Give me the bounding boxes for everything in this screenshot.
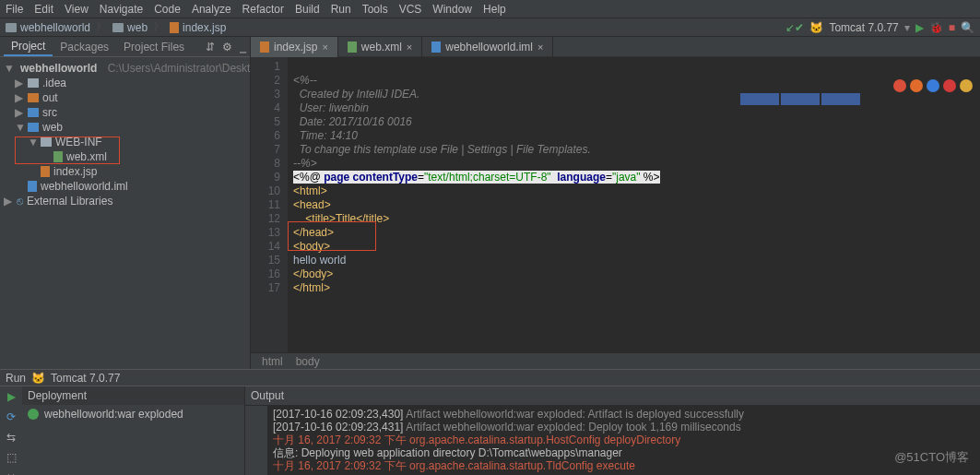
tomcat-icon: 🐱 bbox=[809, 21, 823, 34]
firefox-icon[interactable] bbox=[910, 79, 923, 92]
crumb-body[interactable]: body bbox=[296, 355, 320, 367]
run-toolbar: ▶ ⟳ ⇆ ⬚ ✕ bbox=[0, 386, 22, 475]
folder-icon bbox=[112, 23, 124, 32]
menu-code[interactable]: Code bbox=[154, 3, 181, 16]
artifact-row[interactable]: webhelloworld:war exploded bbox=[22, 405, 244, 423]
folder-icon bbox=[6, 23, 17, 32]
opera-icon[interactable] bbox=[943, 79, 956, 92]
watermark: @51CTO博客 bbox=[894, 449, 969, 466]
library-icon: ⎋ bbox=[17, 195, 23, 208]
menu-build[interactable]: Build bbox=[295, 3, 320, 16]
menu-file[interactable]: File bbox=[6, 3, 23, 16]
safari-icon[interactable] bbox=[927, 79, 939, 92]
tree-item-src[interactable]: src bbox=[42, 106, 57, 119]
menu-edit[interactable]: Edit bbox=[34, 3, 53, 16]
editor-tab-iml[interactable]: webhelloworld.iml× bbox=[422, 37, 553, 57]
tab-project-files[interactable]: Project Files bbox=[116, 39, 192, 55]
tree-item-iml[interactable]: webhelloworld.iml bbox=[41, 180, 128, 193]
run-tool-tab[interactable]: Run 🐱 Tomcat 7.0.77 bbox=[0, 369, 980, 386]
jsp-file-icon bbox=[41, 166, 50, 177]
toggle-button[interactable]: ⇆ bbox=[6, 431, 16, 444]
console-output[interactable]: [2017-10-16 02:09:23,430] Artifact webhe… bbox=[267, 406, 980, 475]
breadcrumb-folder[interactable]: web bbox=[112, 21, 148, 34]
menu-refactor[interactable]: Refactor bbox=[242, 3, 284, 16]
editor-area: index.jsp× web.xml× webhelloworld.iml× 1… bbox=[251, 37, 980, 369]
update-button[interactable]: ⟳ bbox=[6, 410, 16, 423]
tree-root[interactable]: webhelloworld bbox=[20, 62, 97, 75]
project-tool-window: Project Packages Project Files ⇵ ⚙ ⎯ ▼we… bbox=[0, 37, 251, 369]
folder-icon bbox=[28, 123, 39, 132]
menu-window[interactable]: Window bbox=[432, 3, 472, 16]
tree-item-webinf[interactable]: WEB-INF bbox=[55, 136, 102, 148]
folder-icon bbox=[41, 137, 52, 147]
menu-bar: File Edit View Navigate Code Analyze Ref… bbox=[0, 0, 980, 18]
project-tree[interactable]: ▼webhelloworld C:\Users\Administrator\De… bbox=[0, 57, 250, 212]
console-toolbar bbox=[245, 406, 267, 475]
iml-file-icon bbox=[431, 42, 441, 53]
menu-analyze[interactable]: Analyze bbox=[192, 3, 231, 16]
tree-item-webxml[interactable]: web.xml bbox=[66, 150, 107, 163]
tab-packages[interactable]: Packages bbox=[53, 39, 116, 55]
folder-icon bbox=[28, 93, 39, 102]
menu-vcs[interactable]: VCS bbox=[399, 3, 422, 16]
structure-breadcrumb: html body bbox=[251, 352, 980, 369]
tree-item-web[interactable]: web bbox=[42, 121, 63, 134]
close-icon[interactable]: × bbox=[322, 42, 327, 53]
open-in-browser-toolbar bbox=[893, 79, 973, 92]
close-button[interactable]: ✕ bbox=[6, 471, 16, 475]
tree-external-libs[interactable]: External Libraries bbox=[27, 195, 112, 208]
editor-tab-webxml[interactable]: web.xml× bbox=[338, 37, 422, 57]
debug-button[interactable]: 🐞 bbox=[929, 21, 943, 34]
rerun-button[interactable]: ▶ bbox=[7, 390, 16, 403]
gear-icon[interactable]: ⚙ bbox=[222, 41, 232, 53]
editor-tabs: index.jsp× web.xml× webhelloworld.iml× bbox=[251, 37, 980, 57]
tomcat-icon: 🐱 bbox=[31, 372, 45, 385]
close-icon[interactable]: × bbox=[407, 42, 412, 53]
jsp-file-icon bbox=[260, 42, 269, 53]
status-ok-icon bbox=[28, 409, 39, 420]
code-editor[interactable]: 1234567891011121314151617 <%-- Created b… bbox=[251, 57, 980, 352]
stop-button[interactable]: ■ bbox=[949, 21, 955, 34]
menu-help[interactable]: Help bbox=[483, 3, 506, 16]
line-gutter: 1234567891011121314151617 bbox=[251, 57, 288, 352]
tree-item-indexjsp[interactable]: index.jsp bbox=[53, 165, 97, 178]
breadcrumb-file[interactable]: index.jsp bbox=[170, 21, 226, 34]
tree-item-out[interactable]: out bbox=[42, 91, 58, 104]
dropdown-icon[interactable]: ▾ bbox=[904, 21, 910, 34]
xml-file-icon bbox=[348, 42, 357, 53]
search-icon[interactable]: 🔍 bbox=[961, 21, 974, 34]
layout-button[interactable]: ⬚ bbox=[6, 451, 17, 464]
navigation-bar: webhelloworld 〉 web 〉 index.jsp ↙✔ 🐱 Tom… bbox=[0, 18, 980, 37]
jsp-file-icon bbox=[170, 22, 179, 33]
close-icon[interactable]: × bbox=[537, 42, 543, 53]
chrome-icon[interactable] bbox=[893, 79, 906, 92]
output-header: Output bbox=[245, 386, 980, 406]
build-ok-icon: ↙✔ bbox=[785, 21, 804, 34]
editor-tab-indexjsp[interactable]: index.jsp× bbox=[251, 37, 338, 57]
folder-icon bbox=[28, 78, 39, 88]
menu-view[interactable]: View bbox=[65, 3, 89, 16]
tab-project[interactable]: Project bbox=[4, 38, 53, 56]
deployment-header: Deployment bbox=[22, 386, 244, 405]
run-button[interactable]: ▶ bbox=[915, 21, 924, 34]
tree-item-idea[interactable]: .idea bbox=[42, 77, 66, 89]
collapse-icon[interactable]: ⇵ bbox=[206, 41, 215, 53]
chevron-right-icon: 〉 bbox=[153, 19, 164, 35]
xml-file-icon bbox=[53, 151, 63, 162]
run-config-selector[interactable]: Tomcat 7.0.77 bbox=[829, 21, 898, 34]
crumb-html[interactable]: html bbox=[262, 355, 283, 367]
breadcrumb-project[interactable]: webhelloworld bbox=[6, 21, 90, 34]
iml-file-icon bbox=[28, 181, 37, 192]
hide-icon[interactable]: ⎯ bbox=[240, 41, 246, 53]
menu-run[interactable]: Run bbox=[331, 3, 351, 16]
yandex-icon[interactable] bbox=[960, 79, 973, 92]
menu-tools[interactable]: Tools bbox=[362, 3, 388, 16]
folder-icon bbox=[28, 108, 39, 117]
overlay-bars bbox=[740, 93, 860, 105]
run-tool-window: ▶ ⟳ ⇆ ⬚ ✕ Deployment webhelloworld:war e… bbox=[0, 386, 980, 475]
chevron-right-icon: 〉 bbox=[96, 19, 107, 35]
menu-navigate[interactable]: Navigate bbox=[100, 3, 143, 16]
